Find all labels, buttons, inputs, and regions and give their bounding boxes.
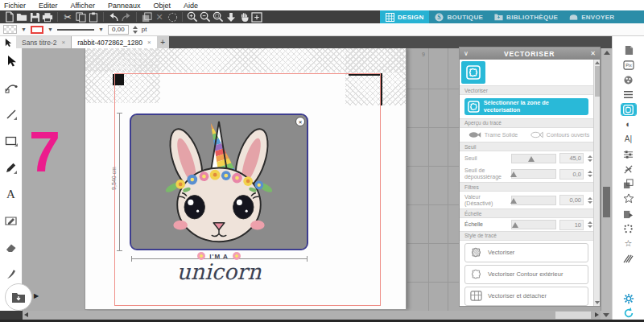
design-caption[interactable]: I'M A unicorn	[130, 252, 308, 283]
tab-boutique[interactable]: S BOUTIQUE	[429, 10, 489, 23]
option-trame-solide[interactable]: Trame Solide	[460, 131, 526, 138]
scroll-up-icon[interactable]	[604, 51, 610, 55]
selected-image[interactable]: ✕	[130, 114, 308, 250]
rhinestones-icon[interactable]	[621, 223, 636, 234]
scroll-right-icon[interactable]	[595, 312, 599, 317]
doc-tab-sans-titre[interactable]: Sans titre-2 ×	[16, 36, 72, 48]
paste-icon[interactable]	[87, 11, 100, 23]
page-setup-icon[interactable]	[621, 44, 636, 56]
fill-transparent-swatch[interactable]	[3, 25, 17, 34]
menu-panneaux[interactable]: Panneaux	[108, 2, 141, 10]
vectoriser-contour-button[interactable]: Vectoriser Contour extérieur	[464, 265, 588, 284]
depoussierage-value[interactable]: 0,0	[559, 169, 584, 180]
line-weight-stepper[interactable]	[133, 26, 138, 34]
undo-icon[interactable]	[107, 11, 120, 23]
panel-header[interactable]: ∨ VECTORISER ✕	[460, 47, 600, 60]
fit-to-page-icon[interactable]	[250, 11, 263, 23]
menu-afficher[interactable]: Afficher	[71, 2, 95, 10]
knife-tool[interactable]	[2, 263, 20, 284]
text-tool[interactable]: A	[2, 184, 20, 204]
library-shortcut-button[interactable]	[5, 283, 32, 311]
lasso-select-icon[interactable]	[166, 11, 179, 23]
library-expand-caret[interactable]: ▶	[34, 292, 39, 299]
pixscan-icon[interactable]: Pix	[621, 60, 636, 71]
download-arrow-icon[interactable]	[225, 11, 237, 23]
seuil-value[interactable]: 45,0	[559, 153, 584, 163]
selection-handle-icon[interactable]: ✕	[295, 117, 305, 126]
scrollbar-thumb[interactable]	[555, 312, 591, 319]
select-tool[interactable]	[2, 51, 20, 72]
close-tab-icon[interactable]: ×	[61, 39, 65, 46]
line-tool[interactable]	[2, 104, 20, 125]
close-tab-icon[interactable]: ×	[147, 39, 151, 46]
line-style-caret[interactable]: ▼	[98, 27, 104, 32]
new-tab-button[interactable]: +	[157, 36, 169, 48]
stroke-dropdown-caret[interactable]: ▼	[47, 27, 53, 32]
menu-fichier[interactable]: Fichier	[4, 2, 26, 10]
duplicate-icon[interactable]	[140, 11, 153, 23]
line-style-sample[interactable]	[57, 29, 94, 31]
panel-close-icon[interactable]: ✕	[590, 50, 596, 57]
option-contours-ouverts[interactable]: Contours ouverts	[526, 131, 593, 138]
valeur-stepper[interactable]	[587, 197, 593, 204]
fill-dropdown-caret[interactable]: ▼	[21, 27, 27, 32]
copy-icon[interactable]	[74, 11, 87, 23]
line-style-options-icon[interactable]	[621, 89, 636, 101]
doc-tab-rabbit[interactable]: rabbit-4072862_1280 ×	[72, 36, 157, 48]
seuil-stepper[interactable]	[587, 155, 593, 162]
pan-hand-icon[interactable]	[237, 11, 250, 23]
zoom-area-icon[interactable]	[212, 11, 225, 23]
hatch-fill-icon[interactable]	[621, 253, 636, 264]
menu-objet[interactable]: Objet	[153, 2, 171, 10]
vectoriser-detacher-button[interactable]: Vectoriser et détacher	[464, 287, 588, 306]
vectoriser-button[interactable]: Vectoriser	[464, 243, 588, 262]
star-shape-icon[interactable]: ☆	[621, 238, 636, 250]
text-options-icon[interactable]: A|	[621, 134, 636, 145]
replicate-icon[interactable]	[621, 179, 636, 190]
depoussierage-stepper[interactable]	[587, 171, 593, 177]
send-to-silhouette-icon[interactable]	[621, 208, 636, 220]
rectangle-tool[interactable]	[2, 130, 20, 151]
canvas-scroll-down-button[interactable]	[601, 311, 612, 320]
echelle-slider[interactable]	[511, 220, 556, 229]
valeur-slider[interactable]	[511, 196, 556, 205]
scroll-up-icon[interactable]	[595, 61, 600, 64]
zoom-out-icon[interactable]	[199, 11, 212, 23]
save-icon[interactable]	[28, 11, 41, 23]
scrollbar-thumb[interactable]	[595, 66, 600, 97]
panel-scrollbar[interactable]	[593, 60, 600, 306]
edit-points-tool[interactable]	[2, 77, 20, 98]
preferences-gear-icon[interactable]	[621, 293, 636, 304]
refresh-icon[interactable]	[621, 308, 636, 319]
note-tool[interactable]	[2, 210, 20, 231]
freehand-draw-tool[interactable]	[2, 157, 20, 178]
canvas-vertical-scrollbar[interactable]	[601, 48, 612, 311]
zoom-in-icon[interactable]	[186, 11, 199, 23]
echelle-stepper[interactable]	[587, 221, 593, 228]
shade-icon[interactable]: ◐	[621, 119, 636, 130]
echelle-value[interactable]: 10	[559, 220, 584, 230]
select-trace-area-button[interactable]: Sélectionner la zone de vectorisation	[464, 98, 588, 115]
new-document-icon[interactable]	[2, 11, 15, 23]
depoussierage-slider[interactable]	[511, 169, 556, 179]
redo-icon[interactable]	[120, 11, 133, 23]
fill-options-icon[interactable]	[621, 74, 636, 85]
transform-icon[interactable]	[621, 149, 636, 160]
trace-panel-icon[interactable]	[461, 61, 485, 84]
print-icon[interactable]	[41, 11, 54, 23]
tab-bibliotheque[interactable]: BIBLIOTHÈQUE	[489, 10, 564, 23]
tab-design[interactable]: DESIGN	[380, 10, 429, 23]
delete-icon[interactable]: ✕	[153, 11, 166, 23]
menu-aide[interactable]: Aide	[184, 2, 198, 10]
line-weight-input[interactable]: 0,00	[108, 25, 129, 35]
tab-envoyer[interactable]: ENVOYER	[564, 10, 620, 23]
open-icon[interactable]	[15, 11, 28, 23]
canvas-horizontal-scrollbar[interactable]	[23, 311, 601, 320]
seuil-slider[interactable]	[511, 154, 556, 163]
scroll-down-icon[interactable]	[595, 301, 600, 304]
trace-icon[interactable]	[621, 104, 636, 115]
valeur-value[interactable]: 0,00	[559, 195, 584, 205]
menu-editer[interactable]: Editer	[39, 2, 58, 10]
cut-scissors-icon[interactable]: ✂	[61, 11, 74, 23]
scrollbar-thumb[interactable]	[603, 187, 610, 217]
